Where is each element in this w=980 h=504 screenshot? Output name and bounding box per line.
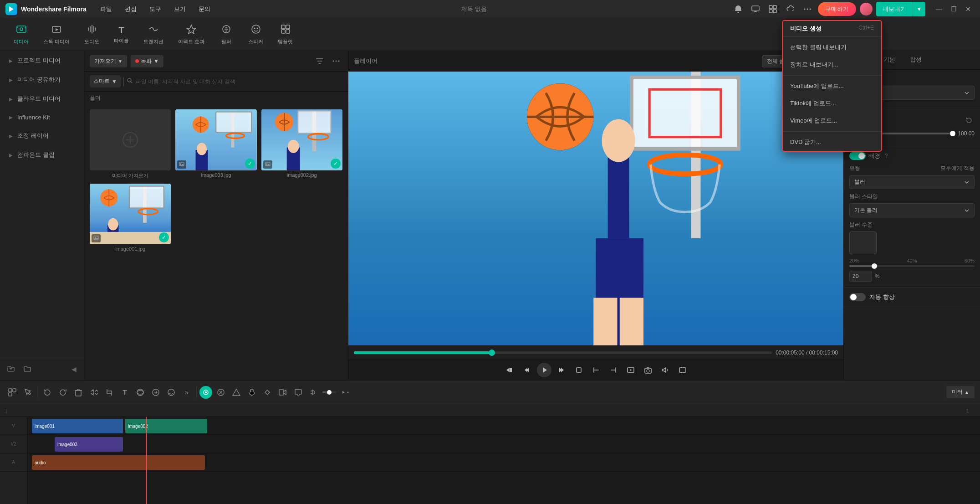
volume-btn[interactable] [658, 363, 673, 377]
export-menu-item-2[interactable]: YouTube에 업로드... [783, 77, 881, 95]
bt-volume-ctrl[interactable] [322, 386, 336, 399]
restore-button[interactable]: ❐ [947, 3, 960, 15]
bt-active-btn[interactable] [199, 386, 212, 399]
volume-track[interactable] [322, 391, 336, 393]
record-button[interactable]: 녹화 ▼ [131, 55, 163, 67]
media-label-btn[interactable]: 미터 ▲ [946, 386, 975, 398]
auto-enhance-toggle[interactable] [849, 293, 866, 301]
tool-audio[interactable]: 오디오 [78, 21, 106, 48]
bt-ai-btn[interactable] [149, 386, 163, 399]
more-icon[interactable] [801, 2, 814, 16]
svg-marker-12 [56, 28, 58, 31]
bt-warp-btn[interactable] [133, 386, 147, 399]
tool-filter[interactable]: 필터 [213, 21, 240, 48]
media-item-2[interactable]: ✓ image001.jpg [90, 184, 171, 252]
buy-button[interactable]: 구매하기 [818, 2, 856, 16]
search-input[interactable] [136, 78, 342, 85]
sidebar-item-media-share[interactable]: ▶ 미디어 공유하기 [3, 71, 81, 88]
bt-redo-btn[interactable] [56, 386, 70, 399]
step-fwd-btn[interactable] [554, 363, 569, 377]
progress-track[interactable] [354, 351, 772, 354]
aspect-ratio-btn[interactable] [675, 363, 690, 377]
mark-in-btn[interactable] [589, 363, 603, 377]
export-button[interactable]: 내보내기 [876, 2, 913, 16]
track-clip-a1[interactable]: audio [32, 455, 205, 470]
snapshot-btn[interactable] [641, 363, 655, 377]
media-item-add[interactable]: 미디어 가져오기 [90, 109, 171, 179]
add-to-timeline-btn[interactable] [623, 363, 638, 377]
menu-help[interactable]: 문의 [192, 0, 217, 18]
sidebar-item-project-media[interactable]: ▶ 프로젝트 미디어 [3, 52, 81, 69]
cloud-icon[interactable] [783, 2, 797, 16]
track-clip-v1b[interactable]: image002 [125, 419, 207, 433]
blur-value-input[interactable] [849, 271, 872, 282]
grid-icon[interactable] [766, 2, 780, 16]
export-menu-item-1[interactable]: 장치로 내보내기... [783, 56, 881, 73]
tool-media[interactable]: 미디어 [7, 21, 35, 48]
export-dropdown-arrow[interactable]: ▼ [913, 2, 925, 16]
bt-text-btn[interactable]: T [118, 386, 132, 399]
sidebar-item-cloud-media[interactable]: ▶ 클라우드 미디어 [3, 90, 81, 108]
menu-tools[interactable]: 도구 [143, 0, 168, 18]
menu-file[interactable]: 파일 [94, 0, 118, 18]
track-clip-v1[interactable]: image001 [32, 419, 123, 433]
screen-icon[interactable] [749, 2, 762, 16]
play-btn[interactable] [537, 363, 551, 377]
sidebar-item-compound-clip[interactable]: ▶ 컴파운드 클립 [3, 146, 81, 164]
sidebar-item-influence-kit[interactable]: ▶ Influence Kit [3, 109, 81, 125]
sidebar-new-folder-btn[interactable] [21, 363, 34, 375]
bt-select-btn[interactable] [21, 386, 35, 399]
bt-volume-up-btn[interactable] [338, 386, 352, 399]
opacity-reset-btn[interactable] [964, 115, 975, 126]
menu-edit[interactable]: 편집 [118, 0, 143, 18]
menu-view[interactable]: 보기 [168, 0, 192, 18]
export-menu-item-5[interactable]: DVD 굽기... [783, 134, 881, 151]
close-button[interactable]: ✕ [962, 3, 975, 15]
export-menu-item-3[interactable]: Tiktok에 업로드... [783, 95, 881, 112]
media-item-0[interactable]: ✓ image003.jpg [175, 109, 256, 179]
bt-undo-btn[interactable] [41, 386, 54, 399]
bt-crop-btn[interactable] [102, 386, 116, 399]
user-avatar[interactable] [860, 3, 873, 15]
bt-multicam-btn[interactable] [276, 386, 290, 399]
tool-transition[interactable]: 트랜지션 [137, 21, 170, 48]
bt-color-btn[interactable] [214, 386, 228, 399]
tool-sticker[interactable]: 스티커 [242, 21, 270, 48]
sidebar-item-adjust-layer[interactable]: ▶ 조정 레이어 [3, 127, 81, 144]
bt-more-btn[interactable]: » [180, 386, 194, 399]
stop-btn[interactable] [572, 363, 586, 377]
step-back-btn[interactable] [520, 363, 534, 377]
track-clip-v2[interactable]: image003 [55, 437, 123, 452]
bt-sticker-btn[interactable] [164, 386, 178, 399]
tool-title[interactable]: T 타이틀 [107, 22, 135, 47]
sidebar-collapse-btn[interactable]: ◀ [68, 364, 79, 375]
tab-composite[interactable]: 합성 [903, 51, 929, 69]
minimize-button[interactable]: — [933, 3, 945, 15]
rewind-btn[interactable] [502, 363, 517, 377]
tool-effect[interactable]: 이펙트 효과 [172, 21, 211, 48]
bt-volume-down-btn[interactable] [307, 386, 321, 399]
bt-delete-btn[interactable] [71, 386, 85, 399]
mark-out-btn[interactable] [606, 363, 621, 377]
blur-slider-track[interactable] [849, 265, 975, 267]
media-item-1[interactable]: ✓ image002.jpg [261, 109, 342, 179]
bt-keyframe-btn[interactable] [260, 386, 274, 399]
sidebar-add-folder-btn[interactable] [5, 363, 17, 375]
background-toggle[interactable] [849, 152, 866, 160]
blur-style-dropdown[interactable]: 기본 블러 [849, 203, 975, 217]
notification-icon[interactable] [731, 2, 745, 16]
import-button[interactable]: 가져오기 ▼ [90, 55, 127, 67]
smart-dropdown-btn[interactable]: 스마트 ▼ [90, 75, 121, 87]
tool-template[interactable]: 템플릿 [271, 21, 299, 48]
tool-stock[interactable]: 스톡 미디어 [37, 21, 76, 48]
bt-split-btn[interactable] [87, 386, 101, 399]
bt-mic-btn[interactable] [245, 386, 259, 399]
export-menu-item-0[interactable]: 선택한 클립 내보내기 [783, 39, 881, 56]
export-menu-item-4[interactable]: Vimeo에 업로드... [783, 112, 881, 129]
media-more-btn[interactable] [330, 55, 342, 67]
media-filter-btn[interactable] [313, 55, 326, 67]
bt-shape-btn[interactable] [230, 386, 243, 399]
bt-scene-btn[interactable] [5, 386, 19, 399]
bt-screen-btn[interactable] [291, 386, 305, 399]
blur-type-dropdown[interactable]: 블러 [849, 175, 975, 189]
